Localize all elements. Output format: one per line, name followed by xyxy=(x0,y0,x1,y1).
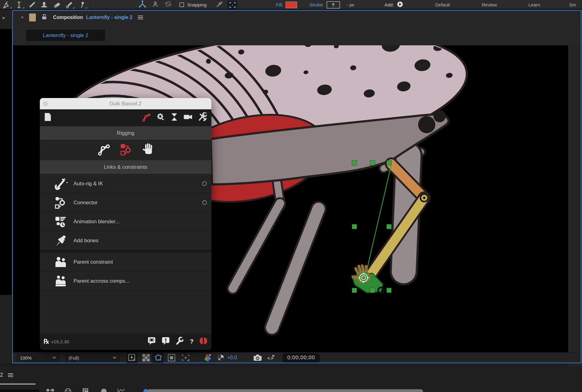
new-page-icon[interactable] xyxy=(44,112,52,123)
workspace-small-screen[interactable]: Sm xyxy=(569,0,576,9)
menu-item-label: Parent constraint xyxy=(74,259,113,265)
graph-editor-icon[interactable] xyxy=(117,388,126,392)
expand-panel-icon[interactable]: » xyxy=(2,15,4,21)
add-play-icon[interactable] xyxy=(397,1,403,9)
fill-label[interactable]: Fill: xyxy=(276,2,283,7)
panel-menu-icon[interactable] xyxy=(138,15,143,20)
draft-3d-icon[interactable] xyxy=(64,388,73,392)
panel-empty-area xyxy=(40,291,211,334)
exposure-value[interactable]: +0.0 xyxy=(227,352,237,363)
resolution-dropdown[interactable]: (Full) xyxy=(65,353,120,362)
main-toolbar: Snapping Fill: Stroke: ? - px Add: Defau… xyxy=(0,0,582,9)
guides-grid-icon[interactable] xyxy=(180,352,191,363)
hourglass-tab-icon[interactable] xyxy=(170,112,178,123)
type-tool-icon[interactable] xyxy=(13,0,25,9)
transparency-grid-icon[interactable] xyxy=(141,352,151,363)
duik-panel: Duik Bassel.2 xyxy=(40,98,211,350)
rainbox-logo-icon[interactable] xyxy=(200,337,207,346)
motion-blur-icon[interactable] xyxy=(99,388,108,392)
snapshot-camera-icon[interactable] xyxy=(253,352,262,363)
bind-props-icon[interactable] xyxy=(151,0,160,9)
channels-icon[interactable] xyxy=(203,352,213,363)
workspace-default[interactable]: Default xyxy=(435,0,450,9)
hand-controller-icon[interactable] xyxy=(142,143,154,157)
unlock-icon[interactable] xyxy=(41,14,47,21)
bar-separator xyxy=(199,354,199,362)
bind-layers-icon[interactable] xyxy=(138,0,147,9)
stroke-value-box[interactable]: ? xyxy=(327,1,340,9)
menu-item-parent-constraint[interactable]: Parent constraint xyxy=(40,253,211,272)
unbind-icon[interactable] xyxy=(164,0,173,9)
magnification-dropdown[interactable]: 100% xyxy=(17,353,59,362)
help-icon[interactable]: ? xyxy=(190,338,194,345)
puppet-pin-tool-icon[interactable] xyxy=(75,0,88,9)
workspace-learn[interactable]: Learn xyxy=(528,0,540,9)
eraser-tool-icon[interactable] xyxy=(50,0,63,9)
scrollbar-thumb[interactable] xyxy=(147,389,423,392)
settings-wrench-icon[interactable] xyxy=(176,337,184,346)
composition-selector[interactable]: Lanternfly - single 2 xyxy=(26,30,105,41)
snap-arrow-icon[interactable] xyxy=(215,0,223,9)
snapping-checkbox[interactable] xyxy=(180,2,184,7)
toolbar-separator xyxy=(90,1,91,9)
mask-visibility-icon[interactable] xyxy=(152,352,164,363)
tab-title[interactable]: Composition xyxy=(53,15,83,20)
automation-tab-icon[interactable] xyxy=(156,112,165,123)
menu-item-animation-blender[interactable]: Animation blender... xyxy=(40,212,211,231)
roto-brush-tool-icon[interactable] xyxy=(63,0,75,9)
duik-footer: ℞ v16.2.30 ? xyxy=(40,334,211,349)
tools-tab-icon[interactable] xyxy=(198,112,207,123)
timeline-timecode-field[interactable] xyxy=(0,390,39,392)
pen-tool-icon[interactable] xyxy=(0,0,13,9)
brush-tool-icon[interactable] xyxy=(25,0,38,9)
menu-item-connector[interactable]: Connector xyxy=(40,193,211,212)
menu-item-label: Animation blender... xyxy=(74,219,119,225)
tab-composition-name[interactable]: Lanternfly - single 2 xyxy=(86,15,132,20)
viewer-subband: Lanternfly - single 2 xyxy=(13,24,581,45)
clone-stamp-tool-icon[interactable] xyxy=(38,0,50,9)
timeline-horizontal-scrollbar[interactable] xyxy=(143,389,423,392)
exposure-icon[interactable] xyxy=(217,352,225,363)
bug-report-icon[interactable] xyxy=(148,337,156,346)
frame-blend-icon[interactable] xyxy=(81,388,91,392)
duik-close-icon[interactable] xyxy=(43,101,48,106)
rigging-tab-icon[interactable] xyxy=(142,112,151,123)
connector-options-icon[interactable] xyxy=(202,200,207,205)
show-snapshot-eye-icon[interactable] xyxy=(266,352,275,363)
camera-tab-icon[interactable] xyxy=(183,113,193,122)
animation-blender-icon xyxy=(53,216,69,228)
menu-item-label: Auto-rig & IK xyxy=(74,181,103,187)
add-bones-icon xyxy=(53,235,69,247)
region-of-interest-icon[interactable] xyxy=(165,352,178,363)
panel-color-swatch[interactable] xyxy=(29,13,36,21)
collapsed-panel-body xyxy=(0,29,12,295)
duik-rx-logo: ℞ xyxy=(43,338,48,345)
duik-title-bar[interactable]: Duik Bassel.2 xyxy=(40,98,211,109)
menu-item-add-bones[interactable]: Add bones xyxy=(40,231,211,250)
menu-item-parent-across-comps[interactable]: Parent accross comps... xyxy=(40,272,211,291)
arm-structure-icon[interactable] xyxy=(97,143,110,157)
menu-item-autorig-ik[interactable]: Auto-rig & IK xyxy=(40,174,211,193)
rigging-quick-icons xyxy=(40,140,211,160)
workspace-review[interactable]: Review xyxy=(482,0,497,9)
duik-toolbar xyxy=(40,109,211,126)
menu-item-label: Parent accross comps... xyxy=(74,278,129,284)
duik-title: Duik Bassel.2 xyxy=(40,101,211,107)
add-label: Add: xyxy=(384,2,394,7)
stroke-label[interactable]: Stroke: xyxy=(309,2,324,7)
fast-preview-icon[interactable] xyxy=(127,352,138,363)
connector-structure-icon[interactable] xyxy=(119,143,133,157)
fill-color-swatch[interactable] xyxy=(285,2,297,8)
timecode-field[interactable]: 0;00;00;00 xyxy=(283,353,319,362)
toolbar-separator xyxy=(174,1,174,9)
composition-mini-flowchart-icon[interactable] xyxy=(46,388,55,392)
autorig-options-icon[interactable] xyxy=(202,181,207,186)
timeline-panel-menu-icon[interactable] xyxy=(8,372,13,378)
menu-gap xyxy=(40,250,211,253)
timeline-panel: 2 xyxy=(0,366,582,392)
close-tab-icon[interactable]: × xyxy=(21,15,24,20)
timeline-tab-label[interactable]: 2 xyxy=(0,372,3,378)
rigging-section-header: Rigging xyxy=(40,126,211,140)
marquee-box-icon[interactable] xyxy=(228,1,237,9)
feedback-icon[interactable] xyxy=(162,337,170,346)
